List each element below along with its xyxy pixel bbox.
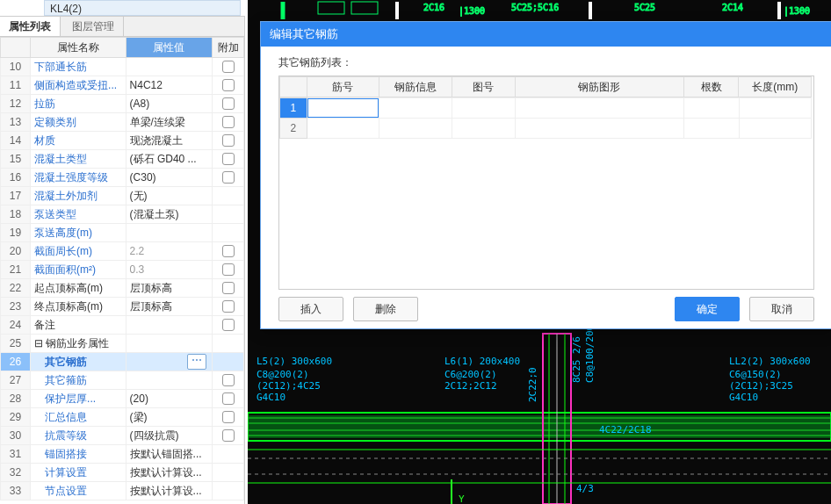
prop-extra[interactable] [213,58,244,76]
col-num[interactable]: 筋号 [307,77,379,97]
property-row[interactable]: 31 锚固搭接按默认锚固搭... [1,445,244,464]
prop-value[interactable]: 层顶标高 [126,298,212,316]
property-row[interactable]: 24备注 [1,316,244,335]
col-count[interactable]: 根数 [683,77,739,97]
prop-name[interactable]: 定额类别 [31,113,126,132]
prop-extra[interactable] [213,95,244,113]
property-row[interactable]: 25⊟ 钢筋业务属性 [1,335,244,353]
prop-value[interactable]: (A8) [126,95,212,113]
prop-name[interactable]: 材质 [31,132,126,150]
prop-value[interactable] [126,58,212,76]
prop-extra[interactable] [213,353,244,371]
prop-value[interactable] [126,371,212,390]
table-row[interactable]: 1 [280,98,812,119]
prop-name[interactable]: 保护层厚... [31,390,126,408]
delete-button[interactable]: 删除 [353,297,418,321]
checkbox-icon[interactable] [222,282,235,294]
prop-name[interactable]: 计算设置 [31,464,126,482]
prop-name[interactable]: 备注 [31,316,126,335]
checkbox-icon[interactable] [222,429,235,442]
prop-extra[interactable] [213,335,244,353]
col-rebar-info[interactable]: 钢筋信息 [379,77,452,97]
prop-name[interactable]: 起点顶标高(m) [31,279,126,298]
prop-value[interactable]: 2.2 [126,242,212,261]
prop-value[interactable]: 按默认计算设... [126,482,212,500]
property-row[interactable]: 29 汇总信息(梁) [1,408,244,427]
prop-extra[interactable] [213,298,244,316]
prop-value[interactable]: (混凝土泵) [126,205,212,224]
tab-layers[interactable]: 图层管理 [63,17,124,36]
property-row[interactable]: 27 其它箍筋 [1,371,244,390]
prop-value[interactable]: 按默认锚固搭... [126,445,212,464]
prop-extra[interactable] [213,390,244,408]
prop-value[interactable] [126,335,212,353]
prop-value[interactable]: (四级抗震) [126,427,212,445]
prop-extra[interactable] [213,224,244,242]
checkbox-icon[interactable] [222,97,235,110]
property-row[interactable]: 11侧面构造或受扭...N4C12 [1,76,244,95]
prop-extra[interactable] [213,316,244,335]
prop-name[interactable]: 锚固搭接 [31,445,126,464]
checkbox-icon[interactable] [222,153,235,165]
prop-extra[interactable] [213,169,244,187]
checkbox-icon[interactable] [222,134,235,147]
prop-value[interactable]: (砾石 GD40 ... [126,150,212,169]
prop-value[interactable]: (C30) [126,169,212,187]
prop-extra[interactable] [213,427,244,445]
property-row[interactable]: 32 计算设置按默认计算设... [1,464,244,482]
prop-extra[interactable] [213,242,244,261]
prop-name[interactable]: 泵送高度(m) [31,224,126,242]
property-row[interactable]: 15混凝土类型(砾石 GD40 ... [1,150,244,169]
prop-extra[interactable] [213,445,244,464]
prop-extra[interactable] [213,408,244,427]
prop-extra[interactable] [213,187,244,205]
tab-attributes[interactable]: 属性列表 [0,17,61,36]
checkbox-icon[interactable] [222,374,235,386]
col-shape[interactable]: 钢筋图形 [516,77,684,97]
prop-value[interactable]: 0.3 [126,261,212,279]
prop-name[interactable]: 下部通长筋 [31,58,126,76]
prop-name[interactable]: 混凝土类型 [31,150,126,169]
property-row[interactable]: 33 节点设置按默认计算设... [1,482,244,500]
property-row[interactable]: 18泵送类型(混凝土泵) [1,205,244,224]
prop-extra[interactable] [213,371,244,390]
prop-extra[interactable] [213,261,244,279]
property-row[interactable]: 30 抗震等级(四级抗震) [1,427,244,445]
prop-extra[interactable] [213,482,244,500]
prop-extra[interactable] [213,279,244,298]
property-row[interactable]: 13定额类别单梁/连续梁 [1,113,244,132]
col-fig[interactable]: 图号 [452,77,516,97]
prop-value[interactable]: 层顶标高 [126,279,212,298]
prop-name[interactable]: 混凝土强度等级 [31,169,126,187]
prop-name[interactable]: 其它钢筋 [31,353,126,371]
beam-name-field[interactable]: KL4(2) [44,0,241,16]
prop-extra[interactable] [213,205,244,224]
prop-name[interactable]: 截面面积(m²) [31,261,126,279]
prop-value[interactable] [126,316,212,335]
property-row[interactable]: 28 保护层厚...(20) [1,390,244,408]
checkbox-icon[interactable] [222,116,235,128]
col-len[interactable]: 长度(mm) [739,77,812,97]
property-row[interactable]: 26 其它钢筋⋯ [1,353,244,371]
prop-name[interactable]: 拉筋 [31,95,126,113]
prop-name[interactable]: 终点顶标高(m) [31,298,126,316]
browse-button[interactable]: ⋯ [187,354,206,370]
prop-value[interactable]: (梁) [126,408,212,427]
prop-value[interactable]: 单梁/连续梁 [126,113,212,132]
property-row[interactable]: 12拉筋(A8) [1,95,244,113]
prop-name[interactable]: 截面周长(m) [31,242,126,261]
checkbox-icon[interactable] [222,79,235,91]
prop-value[interactable]: N4C12 [126,76,212,95]
property-row[interactable]: 22起点顶标高(m)层顶标高 [1,279,244,298]
cancel-button[interactable]: 取消 [749,297,814,321]
checkbox-icon[interactable] [222,171,235,184]
property-row[interactable]: 21截面面积(m²)0.3 [1,261,244,279]
checkbox-icon[interactable] [222,263,235,276]
prop-value[interactable]: 按默认计算设... [126,464,212,482]
prop-name[interactable]: ⊟ 钢筋业务属性 [31,335,126,353]
property-row[interactable]: 14材质现浇混凝土 [1,132,244,150]
property-row[interactable]: 16混凝土强度等级(C30) [1,169,244,187]
prop-name[interactable]: 其它箍筋 [31,371,126,390]
prop-value[interactable]: 现浇混凝土 [126,132,212,150]
prop-extra[interactable] [213,113,244,132]
